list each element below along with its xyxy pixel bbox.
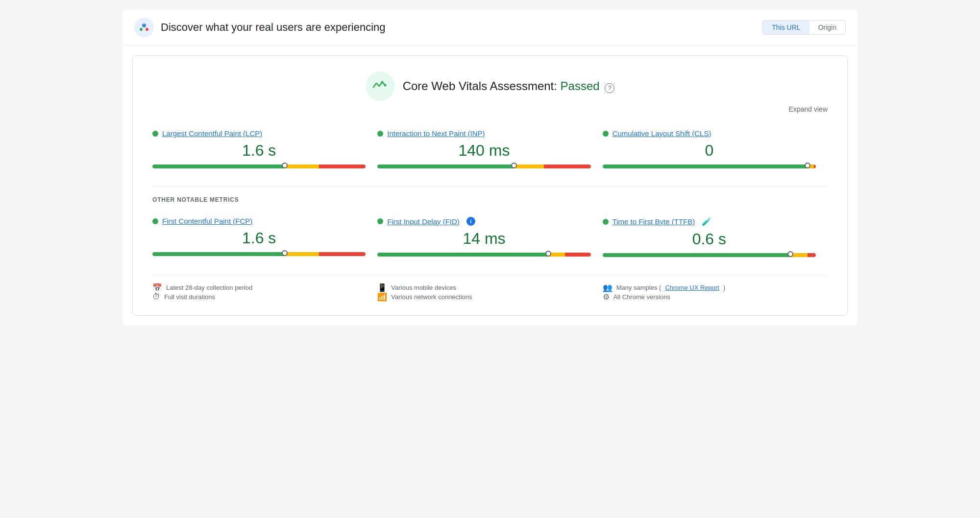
metric-label-ttfb: Time to First Byte (TTFB)🧪 xyxy=(603,217,816,226)
cwv-header: Core Web Vitals Assessment: Passed ? xyxy=(152,71,828,101)
footer-notes: 📅Latest 28-day collection period⏱Full vi… xyxy=(152,275,828,302)
core-metrics-grid: Largest Contentful Paint (LCP)1.6 sInter… xyxy=(152,123,828,174)
progress-bar-fid xyxy=(377,253,590,257)
metric-label-inp: Interaction to Next Paint (INP) xyxy=(377,129,590,138)
metric-name-inp[interactable]: Interaction to Next Paint (INP) xyxy=(387,129,485,138)
metric-dot-ttfb xyxy=(603,219,609,225)
footer-icon-1-0: 📱 xyxy=(377,283,387,292)
footer-note-1-1: 📶Various network connections xyxy=(377,292,602,302)
metric-value-cls: 0 xyxy=(603,141,816,160)
expand-view-link[interactable]: Expand view xyxy=(789,105,828,113)
cwv-assessment-text: Core Web Vitals Assessment: Passed xyxy=(403,79,603,93)
footer-col-1: 📱Various mobile devices📶Various network … xyxy=(377,283,602,302)
footer-col-0: 📅Latest 28-day collection period⏱Full vi… xyxy=(152,283,377,302)
metric-dot-cls xyxy=(603,131,609,137)
header: Discover what your real users are experi… xyxy=(122,10,858,46)
metric-col-inp: Interaction to Next Paint (INP)140 ms xyxy=(377,123,602,174)
footer-note-2-0: 👥Many samples (Chrome UX Report) xyxy=(603,283,828,292)
metric-label-cls: Cumulative Layout Shift (CLS) xyxy=(603,129,816,138)
footer-icon-2-0: 👥 xyxy=(603,283,612,292)
origin-button[interactable]: Origin xyxy=(809,21,845,34)
this-url-button[interactable]: This URL xyxy=(763,21,809,34)
metric-label-fid: First Input Delay (FID)i xyxy=(377,217,590,226)
other-metrics-label: OTHER NOTABLE METRICS xyxy=(152,196,828,203)
marker-cls xyxy=(805,163,810,170)
svg-point-3 xyxy=(384,84,386,87)
footer-icon-0-1: ⏱ xyxy=(152,292,160,301)
marker-inp xyxy=(511,163,517,170)
cwv-info-icon[interactable]: ? xyxy=(605,83,614,93)
footer-icon-1-1: 📶 xyxy=(377,292,387,302)
metric-value-fcp: 1.6 s xyxy=(152,229,366,247)
metric-col-cls: Cumulative Layout Shift (CLS)0 xyxy=(603,123,828,174)
footer-note-2-1: ⚙All Chrome versions xyxy=(603,292,828,302)
footer-text-2-1: All Chrome versions xyxy=(613,293,670,301)
svg-point-4 xyxy=(381,81,383,84)
metric-dot-fid xyxy=(377,218,383,224)
metric-value-fid: 14 ms xyxy=(377,230,590,248)
progress-bar-lcp xyxy=(152,165,366,168)
metric-name-ttfb[interactable]: Time to First Byte (TTFB) xyxy=(612,217,695,226)
metric-name-cls[interactable]: Cumulative Layout Shift (CLS) xyxy=(612,129,711,138)
progress-bar-fcp xyxy=(152,252,366,256)
main-card: Core Web Vitals Assessment: Passed ? Exp… xyxy=(132,55,848,316)
progress-bar-ttfb xyxy=(603,253,816,257)
footer-col-2: 👥Many samples (Chrome UX Report)⚙All Chr… xyxy=(603,283,828,302)
footer-text-0-1: Full visit durations xyxy=(164,293,215,301)
info-icon-fid[interactable]: i xyxy=(466,217,475,226)
metric-name-lcp[interactable]: Largest Contentful Paint (LCP) xyxy=(162,129,262,138)
progress-bar-inp xyxy=(377,165,590,168)
expand-view: Expand view xyxy=(152,105,828,114)
footer-note-0-0: 📅Latest 28-day collection period xyxy=(152,283,377,292)
header-left: Discover what your real users are experi… xyxy=(134,18,386,37)
flask-icon-ttfb[interactable]: 🧪 xyxy=(702,217,711,226)
footer-text-1-0: Various mobile devices xyxy=(391,284,456,291)
svg-point-2 xyxy=(146,28,148,31)
metric-value-lcp: 1.6 s xyxy=(152,141,366,160)
footer-note-0-1: ⏱Full visit durations xyxy=(152,292,377,301)
footer-note-1-0: 📱Various mobile devices xyxy=(377,283,602,292)
metric-dot-fcp xyxy=(152,218,158,224)
metric-col-fid: First Input Delay (FID)i14 ms xyxy=(377,211,602,263)
cwv-icon xyxy=(366,71,395,101)
metric-label-lcp: Largest Contentful Paint (LCP) xyxy=(152,129,366,138)
metric-dot-lcp xyxy=(152,131,158,137)
metric-col-ttfb: Time to First Byte (TTFB)🧪0.6 s xyxy=(603,211,828,263)
footer-icon-2-1: ⚙ xyxy=(603,292,610,302)
other-metrics-grid: First Contentful Paint (FCP)1.6 sFirst I… xyxy=(152,211,828,263)
metric-value-inp: 140 ms xyxy=(377,141,590,160)
progress-bar-cls xyxy=(603,165,816,168)
svg-point-0 xyxy=(142,24,146,27)
svg-point-1 xyxy=(140,28,143,31)
page-title: Discover what your real users are experi… xyxy=(161,21,386,34)
marker-fid xyxy=(545,251,551,259)
metric-value-ttfb: 0.6 s xyxy=(603,230,816,248)
page-wrapper: Discover what your real users are experi… xyxy=(122,10,858,326)
metric-col-fcp: First Contentful Paint (FCP)1.6 s xyxy=(152,211,377,263)
footer-link-2-0[interactable]: Chrome UX Report xyxy=(665,284,719,291)
logo-icon xyxy=(134,18,154,37)
marker-ttfb xyxy=(787,251,793,259)
cwv-title: Core Web Vitals Assessment: Passed ? xyxy=(403,79,615,93)
metric-name-fcp[interactable]: First Contentful Paint (FCP) xyxy=(162,217,252,225)
marker-lcp xyxy=(282,163,288,170)
metric-label-fcp: First Contentful Paint (FCP) xyxy=(152,217,366,225)
metric-col-lcp: Largest Contentful Paint (LCP)1.6 s xyxy=(152,123,377,174)
footer-text-1-1: Various network connections xyxy=(391,293,472,301)
footer-icon-0-0: 📅 xyxy=(152,283,162,292)
marker-fcp xyxy=(282,250,288,258)
metric-name-fid[interactable]: First Input Delay (FID) xyxy=(387,217,460,226)
footer-text-0-0: Latest 28-day collection period xyxy=(166,284,252,291)
metric-dot-inp xyxy=(377,131,383,137)
url-origin-toggle[interactable]: This URL Origin xyxy=(762,20,846,35)
section-divider xyxy=(152,186,828,187)
